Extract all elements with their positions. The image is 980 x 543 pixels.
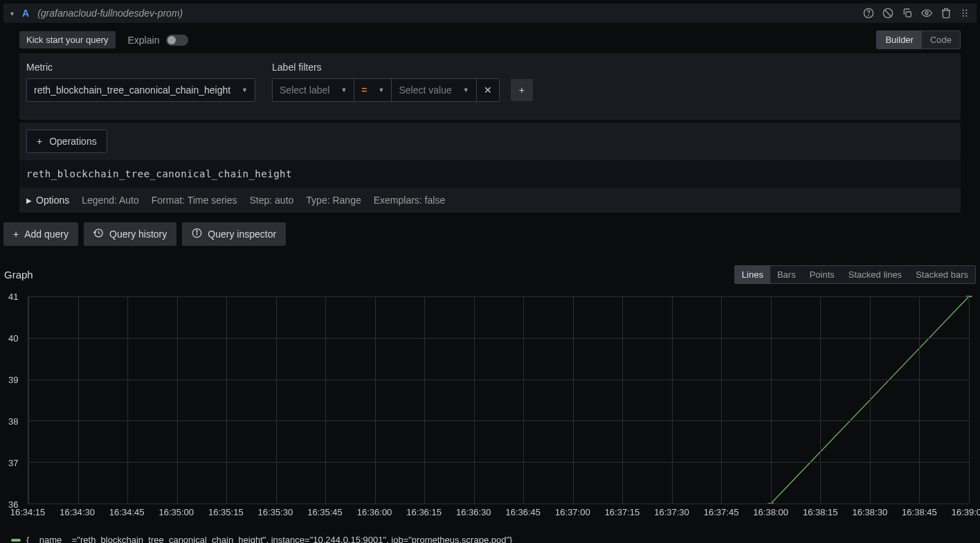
y-tick: 39 [8, 375, 18, 385]
x-tick: 16:37:00 [555, 507, 590, 517]
x-tick: 16:35:15 [208, 507, 244, 517]
option-format: Format: Time series [152, 195, 237, 206]
svg-line-3 [884, 10, 891, 16]
chevron-down-icon: ▼ [379, 87, 385, 94]
query-preview: reth_blockchain_tree_canonical_chain_hei… [19, 160, 961, 188]
svg-point-1 [869, 15, 869, 16]
query-history-button[interactable]: Query history [84, 222, 176, 246]
plus-icon: + [13, 229, 19, 240]
add-filter-button[interactable]: + [511, 79, 533, 101]
chevron-down-icon: ▼ [242, 87, 248, 94]
svg-rect-4 [906, 12, 911, 17]
chart-legend[interactable]: {__name__="reth_blockchain_tree_canonica… [4, 532, 976, 543]
operator-select[interactable]: = ▼ [354, 78, 392, 102]
query-badge: A [22, 8, 29, 19]
disable-icon[interactable] [882, 8, 893, 19]
metric-label: Metric [26, 62, 255, 73]
copy-icon[interactable] [902, 8, 913, 19]
x-tick: 16:36:45 [505, 507, 541, 517]
x-tick: 16:35:00 [158, 507, 194, 517]
query-builder: Metric reth_blockchain_tree_canonical_ch… [19, 53, 961, 120]
svg-point-6 [963, 10, 964, 11]
add-query-button[interactable]: + Add query [3, 222, 78, 246]
x-tick: 16:34:45 [109, 507, 145, 517]
operations-section: + Operations [19, 123, 961, 160]
query-action-buttons: + Add query Query history Query inspecto… [0, 213, 980, 256]
x-tick: 16:38:45 [902, 507, 937, 517]
x-tick: 16:35:45 [307, 507, 343, 517]
label-select[interactable]: Select label ▼ [272, 78, 354, 102]
y-tick: 40 [8, 333, 18, 344]
x-tick: 16:38:15 [803, 507, 838, 517]
chart-mode-bars[interactable]: Bars [770, 266, 803, 283]
plot-area[interactable] [28, 296, 969, 504]
svg-point-10 [963, 15, 964, 17]
label-filters-label: Label filters [272, 62, 533, 73]
svg-point-7 [965, 10, 967, 11]
y-tick: 37 [8, 458, 18, 468]
x-tick: 16:37:15 [605, 507, 640, 517]
option-step: Step: auto [249, 195, 293, 206]
chevron-down-icon[interactable]: ▾ [10, 10, 14, 17]
x-tick: 16:37:30 [654, 507, 689, 517]
x-tick: 16:36:15 [406, 507, 442, 517]
chevron-right-icon: ▶ [26, 197, 32, 204]
y-tick: 38 [8, 416, 18, 427]
svg-point-5 [925, 12, 928, 15]
chart-mode-stacked-bars[interactable]: Stacked bars [909, 266, 975, 283]
x-tick: 16:35:30 [258, 507, 293, 517]
x-tick: 16:37:45 [704, 507, 739, 517]
kick-start-button[interactable]: Kick start your query [19, 31, 116, 48]
chart-mode-stacked-lines[interactable]: Stacked lines [842, 266, 909, 283]
y-tick: 41 [8, 292, 18, 302]
chevron-down-icon: ▼ [341, 87, 347, 94]
remove-filter-button[interactable]: ✕ [477, 78, 500, 102]
eye-icon[interactable] [921, 8, 932, 19]
legend-swatch [11, 539, 21, 542]
value-select[interactable]: Select value ▼ [392, 78, 476, 102]
datasource-name: (grafanacloud-fullnodesdev-prom) [37, 8, 183, 19]
code-tab[interactable]: Code [922, 31, 960, 48]
chart-mode-switcher: LinesBarsPointsStacked linesStacked bars [734, 265, 976, 284]
chart-container: 363738394041 16:34:1516:34:3016:34:4516:… [4, 296, 976, 532]
x-tick: 16:39:00 [952, 507, 980, 517]
x-tick: 16:38:30 [853, 507, 888, 517]
legend-text: {__name__="reth_blockchain_tree_canonica… [26, 535, 512, 543]
chart-line [28, 296, 969, 504]
query-options-row: ▶ Options Legend: Auto Format: Time seri… [19, 188, 961, 213]
builder-tab[interactable]: Builder [877, 31, 921, 48]
chart-mode-lines[interactable]: Lines [735, 266, 770, 283]
x-tick: 16:38:00 [753, 507, 788, 517]
x-axis: 16:34:1516:34:3016:34:4516:35:0016:35:15… [28, 507, 969, 521]
query-inspector-button[interactable]: Query inspector [182, 222, 286, 246]
metric-select[interactable]: reth_blockchain_tree_canonical_chain_hei… [26, 78, 255, 102]
trash-icon[interactable] [941, 8, 952, 19]
x-tick: 16:36:00 [357, 507, 392, 517]
option-exemplars: Exemplars: false [374, 195, 445, 206]
svg-point-14 [197, 231, 197, 231]
info-icon [192, 228, 202, 240]
query-row-header: ▾ A (grafanacloud-fullnodesdev-prom) [3, 3, 977, 23]
graph-panel: Graph LinesBarsPointsStacked linesStacke… [0, 256, 980, 543]
history-icon [93, 228, 104, 240]
view-mode-switcher: Builder Code [876, 30, 961, 49]
chart-mode-points[interactable]: Points [803, 266, 842, 283]
help-icon[interactable] [863, 8, 874, 19]
drag-handle-icon[interactable] [960, 8, 970, 19]
x-tick: 16:36:30 [456, 507, 491, 517]
chevron-down-icon: ▼ [463, 87, 469, 94]
plus-icon: + [37, 136, 42, 147]
add-operations-button[interactable]: + Operations [26, 130, 107, 153]
x-tick: 16:34:30 [60, 507, 95, 517]
graph-title: Graph [4, 269, 33, 281]
option-type: Type: Range [306, 195, 361, 206]
options-toggle[interactable]: ▶ Options [26, 195, 69, 206]
option-legend: Legend: Auto [82, 195, 139, 206]
x-tick: 16:34:15 [10, 507, 46, 517]
svg-point-11 [965, 15, 967, 17]
query-toolbar: Kick start your query Explain Builder Co… [0, 26, 980, 53]
explain-label: Explain [128, 35, 160, 46]
svg-point-8 [963, 12, 964, 14]
svg-point-9 [965, 12, 967, 14]
explain-toggle[interactable] [166, 35, 188, 46]
